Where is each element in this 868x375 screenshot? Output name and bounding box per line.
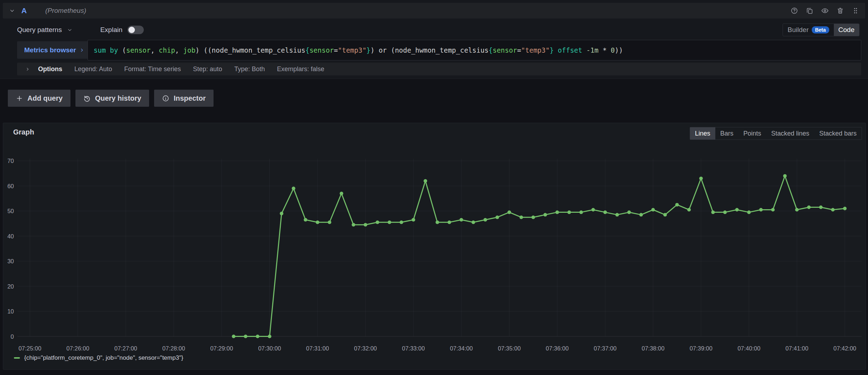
svg-text:07:32:00: 07:32:00: [354, 345, 377, 352]
data-point[interactable]: [759, 208, 763, 212]
svg-text:20: 20: [7, 283, 14, 290]
data-point[interactable]: [579, 211, 583, 214]
data-point[interactable]: [675, 203, 679, 206]
data-point[interactable]: [699, 176, 703, 180]
data-point[interactable]: [819, 206, 823, 209]
data-point[interactable]: [256, 335, 259, 338]
data-point[interactable]: [651, 208, 655, 212]
help-icon[interactable]: [790, 7, 798, 15]
series-line[interactable]: [232, 174, 847, 338]
editor-mode-switch: Builder Beta Code: [783, 23, 859, 36]
data-point[interactable]: [304, 218, 307, 222]
datasource-name: (Prometheus): [45, 7, 86, 15]
metrics-browser-button[interactable]: Metrics browser: [17, 41, 92, 59]
data-point[interactable]: [244, 335, 247, 338]
option-summary-item: Exemplars: false: [277, 65, 324, 73]
data-point[interactable]: [364, 223, 367, 227]
data-point[interactable]: [556, 211, 559, 214]
data-point[interactable]: [472, 221, 475, 224]
trash-icon[interactable]: [836, 7, 844, 15]
data-point[interactable]: [495, 216, 499, 219]
data-point[interactable]: [603, 211, 607, 214]
option-summary-item: Legend: Auto: [74, 65, 112, 73]
data-point[interactable]: [340, 192, 343, 195]
data-point[interactable]: [436, 221, 439, 224]
eye-icon[interactable]: [821, 7, 829, 15]
code-mode-button[interactable]: Code: [834, 24, 859, 36]
data-point[interactable]: [723, 211, 727, 214]
data-point[interactable]: [520, 216, 523, 219]
data-point[interactable]: [232, 335, 236, 338]
svg-text:07:30:00: 07:30:00: [258, 345, 281, 352]
data-point[interactable]: [388, 221, 391, 224]
copy-icon[interactable]: [806, 7, 814, 15]
legend-item[interactable]: {chip="platform_coretemp_0", job="node",…: [14, 354, 183, 361]
metrics-browser-label: Metrics browser: [24, 46, 76, 54]
query-token: }: [549, 46, 553, 54]
data-point[interactable]: [316, 221, 319, 224]
query-actions: Add queryQuery historyInspector: [8, 90, 214, 107]
query-row-header[interactable]: A (Prometheus): [3, 3, 865, 19]
data-point[interactable]: [507, 211, 511, 214]
data-point[interactable]: [484, 218, 487, 222]
data-point[interactable]: [292, 187, 295, 190]
grafana-query-editor-screen: A (Prometheus) Query patterns: [0, 0, 868, 375]
data-point[interactable]: [747, 211, 751, 214]
data-point[interactable]: [591, 208, 595, 212]
promql-query-input[interactable]: sum by (sensor, chip, job) ((node_hwmon_…: [88, 40, 861, 60]
query-token: =: [334, 46, 338, 54]
query-token: sensor: [126, 46, 151, 54]
data-point[interactable]: [783, 174, 787, 178]
time-series-chart[interactable]: 01020304050607007:25:0007:26:0007:27:000…: [3, 123, 865, 369]
query-token: sensor: [493, 46, 517, 54]
data-point[interactable]: [280, 212, 283, 215]
data-point[interactable]: [687, 208, 691, 212]
query-history-button[interactable]: Query history: [75, 90, 149, 107]
query-token: {: [489, 46, 493, 54]
query-patterns-dropdown[interactable]: Query patterns: [17, 26, 73, 34]
data-point[interactable]: [639, 213, 643, 217]
inspector-button[interactable]: Inspector: [154, 90, 214, 107]
chevron-down-icon[interactable]: [9, 7, 16, 14]
svg-text:07:39:00: 07:39:00: [690, 345, 712, 352]
data-point[interactable]: [735, 208, 739, 212]
data-point[interactable]: [807, 206, 811, 209]
plus-icon: [16, 95, 23, 102]
data-point[interactable]: [843, 207, 847, 210]
data-point[interactable]: [543, 213, 547, 217]
svg-text:0: 0: [11, 333, 14, 340]
data-point[interactable]: [771, 208, 775, 212]
data-point[interactable]: [412, 218, 415, 222]
data-point[interactable]: [268, 335, 272, 338]
add-query-button[interactable]: Add query: [8, 90, 70, 107]
data-point[interactable]: [352, 223, 355, 227]
explain-label: Explain: [100, 26, 122, 34]
explain-toggle[interactable]: [127, 26, 144, 34]
svg-text:07:28:00: 07:28:00: [162, 345, 185, 352]
data-point[interactable]: [831, 208, 835, 212]
builder-mode-button[interactable]: Builder Beta: [783, 24, 834, 36]
data-point[interactable]: [328, 221, 331, 224]
data-point[interactable]: [663, 213, 667, 217]
data-point[interactable]: [711, 211, 715, 214]
query-token: node_hwmon_temp_celsius: [395, 46, 489, 54]
action-button-label: Inspector: [174, 94, 206, 102]
series-label: {chip="platform_coretemp_0", job="node",…: [24, 354, 183, 361]
svg-text:07:42:00: 07:42:00: [833, 345, 856, 352]
data-point[interactable]: [448, 221, 451, 224]
svg-text:07:26:00: 07:26:00: [67, 345, 89, 352]
data-point[interactable]: [567, 211, 571, 214]
data-point[interactable]: [795, 208, 799, 212]
data-point[interactable]: [424, 179, 427, 183]
data-point[interactable]: [459, 218, 463, 222]
query-options-bar[interactable]: Options Legend: AutoFormat: Time seriesS…: [17, 63, 861, 75]
query-token: ) ((: [195, 46, 212, 54]
data-point[interactable]: [531, 216, 535, 219]
data-point[interactable]: [627, 211, 631, 214]
data-point[interactable]: [400, 221, 403, 224]
data-point[interactable]: [615, 213, 619, 217]
data-point[interactable]: [376, 221, 379, 224]
drag-handle-icon[interactable]: [852, 7, 859, 15]
action-button-label: Add query: [27, 94, 63, 102]
svg-text:07:41:00: 07:41:00: [785, 345, 808, 352]
